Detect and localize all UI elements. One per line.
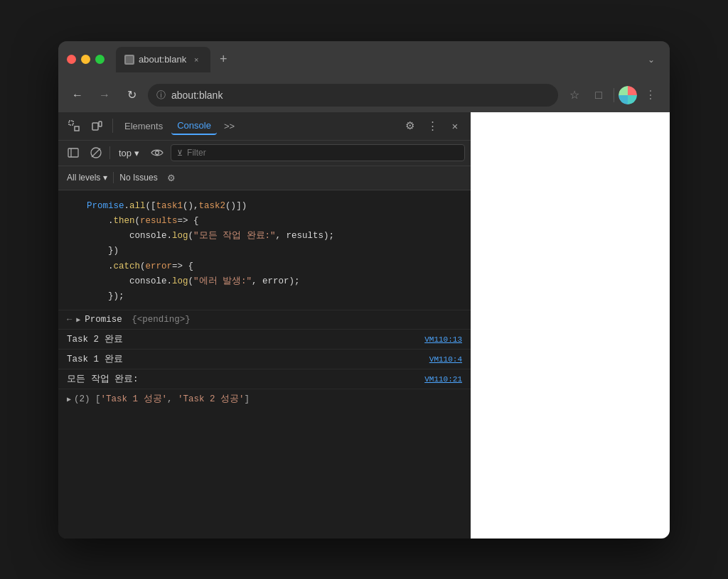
output-arrow-icon: ← bbox=[67, 315, 72, 325]
nav-actions: ☆ □ ⋮ bbox=[564, 85, 661, 106]
context-label: top bbox=[119, 148, 132, 158]
tab-favicon bbox=[124, 55, 134, 65]
svg-rect-0 bbox=[126, 56, 133, 63]
navigation-bar: ← → ↻ ⓘ about:blank ☆ □ ⋮ bbox=[58, 78, 670, 112]
device-toggle-button[interactable] bbox=[87, 116, 107, 136]
svg-line-7 bbox=[92, 148, 100, 157]
inspect-element-button[interactable] bbox=[64, 116, 84, 136]
output-row-complete: 모든 작업 완료: VM110:21 bbox=[58, 369, 471, 389]
minimize-traffic-light[interactable] bbox=[81, 55, 90, 64]
output-link-complete[interactable]: VM110:21 bbox=[424, 375, 462, 384]
svg-rect-3 bbox=[99, 121, 102, 126]
svg-point-8 bbox=[156, 151, 159, 155]
output-text-complete: 모든 작업 완료: bbox=[67, 373, 424, 385]
devtools-close-button[interactable]: × bbox=[445, 116, 465, 136]
output-link-task2[interactable]: VM110:13 bbox=[424, 335, 462, 344]
code-line-4: }) bbox=[87, 244, 462, 259]
traffic-lights bbox=[67, 55, 105, 64]
code-line-1: Promise.all([task1(), task2()]) bbox=[87, 199, 462, 214]
output-text-task2: Task 2 완료 bbox=[67, 333, 424, 345]
nav-divider bbox=[614, 88, 614, 102]
more-button[interactable]: ⋮ bbox=[640, 85, 661, 106]
console-output[interactable]: Promise.all([task1(), task2()]) .then(re… bbox=[58, 190, 471, 539]
address-bar[interactable]: ⓘ about:blank bbox=[148, 84, 558, 107]
output-link-task1[interactable]: VM110:4 bbox=[429, 355, 462, 364]
promise-class-label: Promise bbox=[85, 315, 127, 325]
console-toolbar: top ▾ ⊻ bbox=[58, 141, 471, 166]
console-toolbar-separator bbox=[109, 146, 110, 159]
sidebar-toggle-button[interactable] bbox=[64, 144, 82, 162]
new-tab-button[interactable]: + bbox=[213, 50, 233, 70]
filter-area: ⊻ bbox=[171, 144, 465, 161]
level-separator bbox=[113, 172, 114, 183]
all-levels-button[interactable]: All levels ▾ bbox=[67, 173, 107, 183]
context-arrow: ▾ bbox=[134, 148, 139, 158]
expand-array-icon[interactable]: ▶ bbox=[67, 395, 71, 404]
active-tab[interactable]: about:blank × bbox=[116, 47, 210, 72]
tab-dropdown-button[interactable]: ⌄ bbox=[641, 50, 661, 70]
tab-elements[interactable]: Elements bbox=[119, 118, 168, 134]
settings-button[interactable]: ⚙ bbox=[400, 116, 419, 136]
tab-console[interactable]: Console bbox=[171, 117, 217, 135]
filter-icon: ⊻ bbox=[177, 148, 183, 158]
context-selector[interactable]: top ▾ bbox=[114, 146, 144, 160]
clear-console-button[interactable] bbox=[87, 144, 105, 162]
page-viewport bbox=[471, 112, 670, 539]
code-line-2: .then(results => { bbox=[87, 214, 462, 229]
output-row-task2: Task 2 완료 VM110:13 bbox=[58, 330, 471, 350]
output-text-task1: Task 1 완료 bbox=[67, 353, 429, 365]
promise-result-row: ← ▶ Promise {<pending>} bbox=[58, 310, 471, 330]
maximize-traffic-light[interactable] bbox=[95, 55, 105, 64]
bookmark-button[interactable]: ☆ bbox=[564, 85, 585, 106]
all-levels-arrow: ▾ bbox=[103, 173, 107, 183]
content-area: Elements Console >> ⚙ ⋮ × bbox=[58, 112, 670, 539]
array-content: (2) ['Task 1 성공', 'Task 2 성공'] bbox=[74, 393, 250, 405]
svg-rect-1 bbox=[69, 121, 73, 125]
svg-rect-2 bbox=[92, 123, 98, 130]
code-line-7: }); bbox=[87, 289, 462, 304]
profile-button[interactable] bbox=[619, 86, 637, 104]
forward-button[interactable]: → bbox=[94, 85, 115, 106]
refresh-button[interactable]: ↻ bbox=[121, 85, 142, 106]
profile-avatar bbox=[619, 86, 637, 104]
code-block: Promise.all([task1(), task2()]) .then(re… bbox=[58, 193, 471, 311]
output-row-task1: Task 1 완료 VM110:4 bbox=[58, 350, 471, 369]
code-line-5: .catch(error => { bbox=[87, 259, 462, 274]
toolbar-separator bbox=[112, 119, 113, 133]
title-bar: about:blank × + ⌄ bbox=[58, 41, 670, 78]
code-line-6: console.log("에러 발생:", error); bbox=[87, 274, 462, 289]
kebab-menu-button[interactable]: ⋮ bbox=[422, 116, 442, 136]
level-gear-button[interactable]: ⚙ bbox=[164, 170, 179, 185]
promise-pending-label: {<pending>} bbox=[132, 315, 191, 325]
level-toolbar: All levels ▾ No Issues ⚙ bbox=[58, 166, 471, 190]
eye-button[interactable] bbox=[148, 144, 166, 162]
filter-input[interactable] bbox=[187, 148, 459, 158]
tab-close-button[interactable]: × bbox=[191, 54, 202, 65]
close-traffic-light[interactable] bbox=[67, 55, 76, 64]
no-issues-label: No Issues bbox=[119, 173, 157, 183]
devtools-toolbar: Elements Console >> ⚙ ⋮ × bbox=[58, 112, 471, 141]
more-tabs-button[interactable]: >> bbox=[220, 118, 239, 134]
url-text: about:blank bbox=[171, 90, 223, 101]
all-levels-label: All levels bbox=[67, 173, 100, 183]
devtools-panel: Elements Console >> ⚙ ⋮ × bbox=[58, 112, 471, 539]
extension-button[interactable]: □ bbox=[588, 85, 609, 106]
secure-icon: ⓘ bbox=[156, 89, 166, 102]
back-button[interactable]: ← bbox=[67, 85, 88, 106]
expand-promise-icon[interactable]: ▶ bbox=[76, 315, 80, 324]
browser-window: about:blank × + ⌄ ← → ↻ ⓘ about:blank ☆ … bbox=[58, 41, 670, 539]
svg-rect-4 bbox=[68, 148, 78, 157]
code-line-3: console.log("모든 작업 완료:", results); bbox=[87, 229, 462, 244]
tab-area: about:blank × + bbox=[116, 47, 636, 72]
array-result-row: ▶ (2) ['Task 1 성공', 'Task 2 성공'] bbox=[58, 389, 471, 408]
tab-title: about:blank bbox=[139, 54, 186, 65]
